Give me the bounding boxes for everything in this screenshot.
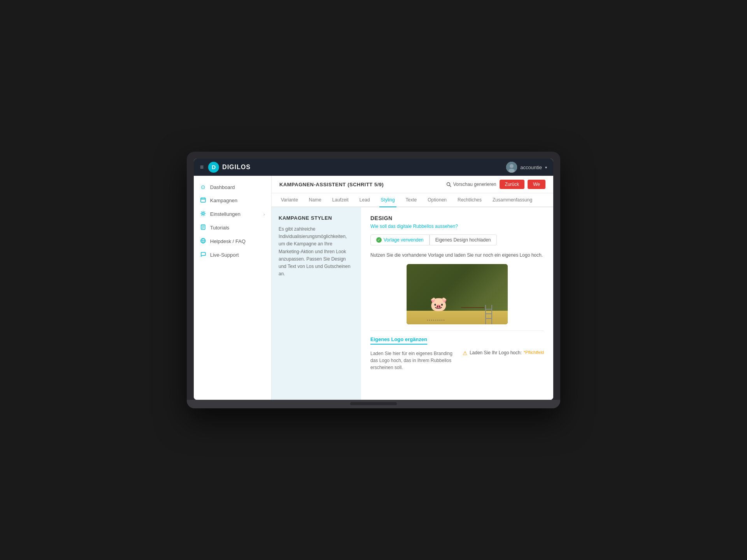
back-button[interactable]: Zurück — [500, 180, 525, 189]
tab-optionen[interactable]: Optionen — [426, 193, 448, 207]
main-area: ⊙ Dashboard Kampagnen — [194, 176, 553, 400]
vorlage-toggle-button[interactable]: ✓ Vorlage verwenden — [370, 234, 430, 245]
svg-point-2 — [509, 169, 515, 173]
svg-rect-3 — [201, 198, 205, 202]
tab-styling[interactable]: Styling — [379, 193, 396, 207]
design-question: Wie soll das digitale Rubbellos aussehen… — [370, 224, 544, 229]
logo-upload-label: ⚠ Laden Sie Ihr Logo hoch: *Pflichtfeld — [463, 350, 544, 356]
calendar-icon — [200, 197, 206, 204]
sidebar-item-einstellungen[interactable]: Einstellungen › — [194, 207, 271, 221]
left-panel-title: KAMPAGNE STYLEN — [279, 215, 354, 221]
sidebar-item-helpdesk[interactable]: Helpdesk / FAQ — [194, 234, 271, 248]
stones: ● ● ● ● ● ● ● ● ● — [427, 319, 445, 321]
gear-icon — [200, 211, 206, 217]
nav-left: ≡ D DIGILOS — [200, 162, 251, 173]
sidebar-item-label: Live-Support — [210, 252, 265, 258]
sidebar-item-label: Einstellungen — [210, 211, 260, 217]
tab-texte[interactable]: Texte — [404, 193, 419, 207]
diving-board — [461, 307, 484, 308]
user-name: accountie — [520, 164, 542, 170]
sidebar-item-label: Helpdesk / FAQ — [210, 238, 265, 244]
nav-right: accountie ▾ — [506, 162, 547, 173]
sidebar-item-dashboard[interactable]: ⊙ Dashboard — [194, 180, 271, 194]
logo-label-text: Laden Sie Ihr Logo hoch: — [470, 350, 522, 355]
content-header: KAMPAGNEN-ASSISTENT (SCHRITT 5/9) Vorsch… — [272, 176, 553, 193]
sidebar-item-label: Tutorials — [210, 225, 265, 231]
dashboard-icon: ⊙ — [200, 184, 206, 190]
sidebar: ⊙ Dashboard Kampagnen — [194, 176, 272, 400]
character-image: 🐷 — [430, 297, 447, 311]
tab-lead[interactable]: Lead — [358, 193, 372, 207]
rubbellos-preview: 🐷 ● ● ● ● ● ● ● ● ● — [407, 264, 508, 324]
eigenes-design-toggle-button[interactable]: Eigenes Design hochladen — [430, 234, 497, 245]
preview-label: Vorschau generieren — [453, 182, 496, 187]
sidebar-item-tutorials[interactable]: Tutorials — [194, 221, 271, 234]
sidebar-item-kampagnen[interactable]: Kampagnen — [194, 194, 271, 207]
book-icon — [200, 224, 206, 231]
eigenes-design-label: Eigenes Design hochladen — [435, 237, 491, 243]
left-panel: KAMPAGNE STYLEN Es gibt zahlreiche Indiv… — [272, 207, 361, 400]
page-title: KAMPAGNEN-ASSISTENT (SCHRITT 5/9) — [279, 182, 384, 187]
tab-zusammenfassung[interactable]: Zusammenfassung — [491, 193, 534, 207]
chevron-down-icon[interactable]: ▾ — [545, 165, 547, 170]
globe-icon — [200, 238, 206, 245]
hamburger-icon[interactable]: ≡ — [200, 164, 203, 171]
sidebar-item-label: Kampagnen — [210, 198, 265, 203]
next-button[interactable]: We — [528, 180, 545, 189]
tab-rechtliches[interactable]: Rechtliches — [456, 193, 483, 207]
chat-icon — [200, 252, 206, 258]
header-actions: Vorschau generieren Zurück We — [446, 180, 545, 189]
tab-name[interactable]: Name — [307, 193, 323, 207]
vorlage-label: Vorlage verwenden — [384, 237, 424, 243]
laptop-base — [187, 400, 560, 408]
tab-variante[interactable]: Variante — [279, 193, 300, 207]
sidebar-item-live-support[interactable]: Live-Support — [194, 248, 271, 262]
svg-line-16 — [449, 185, 451, 187]
svg-point-7 — [202, 213, 204, 215]
required-text: *Pflichtfeld — [524, 350, 544, 355]
check-icon: ✓ — [376, 237, 382, 243]
svg-point-1 — [510, 164, 514, 168]
logo-section-title: Eigenes Logo ergänzen — [370, 336, 427, 345]
preview-button[interactable]: Vorschau generieren — [446, 182, 496, 187]
logo-text: DIGILOS — [222, 164, 251, 171]
wizard-tabs: Variante Name Laufzeit Lead Styling Text… — [272, 193, 553, 207]
content-area: KAMPAGNEN-ASSISTENT (SCHRITT 5/9) Vorsch… — [272, 176, 553, 400]
scene-ground — [407, 311, 508, 324]
top-nav: ≡ D DIGILOS — [194, 159, 553, 176]
tab-laufzeit[interactable]: Laufzeit — [331, 193, 350, 207]
right-panel: DESIGN Wie soll das digitale Rubbellos a… — [361, 207, 553, 400]
wizard-body: KAMPAGNE STYLEN Es gibt zahlreiche Indiv… — [272, 207, 553, 400]
logo-area: D DIGILOS — [208, 162, 251, 173]
section-divider — [370, 331, 544, 331]
design-section-title: DESIGN — [370, 215, 544, 221]
toggle-row: ✓ Vorlage verwenden Eigenes Design hochl… — [370, 234, 544, 245]
chevron-right-icon: › — [263, 212, 265, 217]
logo-upload-description: Laden Sie hier für ein eigenes Branding … — [370, 350, 456, 371]
vorlage-description: Nutzen Sie die vorhandene Vorlage und la… — [370, 252, 544, 259]
ladder-icon — [485, 305, 492, 324]
logo-circle: D — [208, 162, 219, 173]
logo-upload-row: Laden Sie hier für ein eigenes Branding … — [370, 350, 544, 371]
avatar — [506, 162, 517, 173]
warning-icon: ⚠ — [463, 350, 468, 356]
sidebar-item-label: Dashboard — [210, 184, 265, 190]
left-panel-text: Es gibt zahlreiche Individualisierungsmö… — [279, 226, 354, 278]
